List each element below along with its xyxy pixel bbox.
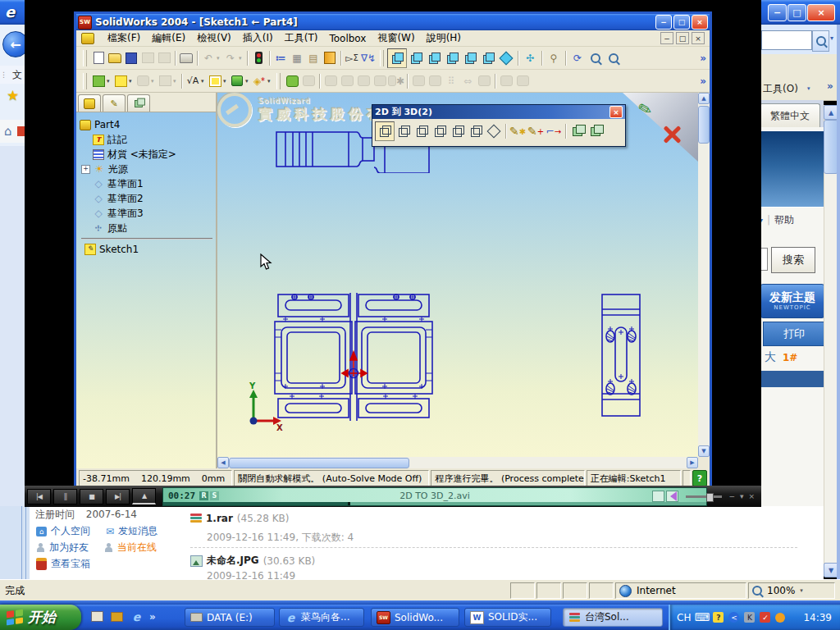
view-front-button[interactable] (387, 48, 407, 68)
seek-bar[interactable] (163, 502, 706, 505)
tree-item-annotations[interactable]: T 註記 (80, 132, 214, 147)
create-sketch-button[interactable]: ✎✱ (509, 122, 527, 140)
mdi-close-button[interactable]: × (692, 32, 705, 44)
tree-root-part[interactable]: Part4 (80, 117, 214, 132)
floor-number[interactable]: 1# (783, 352, 797, 363)
extrude-boss-button[interactable] (284, 73, 300, 89)
keyboard-icon[interactable]: ⌨ (696, 611, 708, 623)
features-caret[interactable]: ▾ (245, 78, 251, 84)
next-button[interactable]: ▶| (106, 489, 130, 504)
make-drawing-button[interactable] (139, 50, 156, 66)
view-isometric-button[interactable] (497, 49, 515, 67)
toolbar-grip[interactable] (83, 73, 87, 89)
show-desktop-icon[interactable] (90, 609, 104, 623)
taskbar-button-data-e[interactable]: DATA (E:) (185, 608, 275, 627)
toolbar-grip[interactable] (83, 50, 87, 66)
menu-view[interactable]: 檢視(V) (197, 31, 231, 45)
taskbar-button-browser[interactable]: e菜鸟向各... (279, 608, 364, 627)
auxiliary-sketch-button[interactable] (485, 122, 503, 140)
view-right-button[interactable] (443, 49, 461, 67)
top-sketch-button[interactable] (395, 122, 413, 140)
tree-item-plane3[interactable]: ◇ 基準面3 (80, 206, 214, 221)
quicklaunch-chevron[interactable]: » (149, 611, 156, 623)
attachment-name[interactable]: 1.rar (206, 513, 233, 524)
sketch-relations-caret[interactable]: ▾ (173, 78, 179, 84)
vscroll-up-button[interactable]: ▲ (698, 93, 710, 104)
toolbar-grip[interactable] (380, 50, 384, 66)
open-button[interactable] (107, 50, 123, 66)
mirror-button[interactable]: ⇔ (459, 73, 476, 89)
pattern-caret[interactable]: ▾ (223, 78, 229, 84)
volume-tray-icon[interactable] (775, 613, 785, 623)
sketch-tools-button[interactable] (135, 73, 151, 89)
align-sketch-button[interactable]: ⌐→ (545, 122, 563, 140)
vscroll-thumb[interactable] (698, 106, 710, 144)
new-button[interactable] (90, 50, 107, 66)
player-options-caret[interactable]: ▾ (740, 492, 744, 500)
ie-maximize-button[interactable]: □ (788, 4, 806, 21)
rebuild-button[interactable] (250, 50, 267, 66)
tab-propertymanager[interactable]: ✎ (103, 94, 126, 112)
ie-quicklaunch-icon[interactable]: e (130, 609, 144, 623)
view-left-button[interactable] (425, 49, 443, 67)
draft-button[interactable] (514, 73, 531, 89)
cut-from-sketch-button[interactable] (587, 122, 605, 140)
sketch-tools-caret[interactable]: ▾ (151, 78, 157, 84)
rollback-bar[interactable] (81, 238, 212, 240)
toolbar-grip[interactable] (276, 73, 281, 89)
sketch-relations-button[interactable] (157, 73, 173, 89)
tree-item-lighting[interactable]: + ☀ 光源 (80, 162, 214, 176)
point-caret[interactable]: ▾ (267, 78, 273, 84)
front-sketch-button[interactable] (375, 121, 395, 141)
tree-item-material[interactable]: 材質 <未指定> (80, 147, 214, 162)
forum-search-button[interactable]: 搜索 (771, 247, 815, 273)
redo-caret[interactable]: ▾ (239, 55, 244, 62)
menu-help[interactable]: 說明(H) (427, 31, 461, 45)
mdi-restore-button[interactable]: □ (676, 32, 689, 44)
2d-to-3d-titlebar[interactable]: 2D 到 3D(2) × (372, 105, 625, 119)
repair-sketch-button[interactable]: ✎+ (527, 122, 545, 140)
sw-close-button[interactable]: × (692, 15, 708, 30)
ie-menu-label[interactable]: 文 (12, 68, 22, 82)
tab-configurationmanager[interactable] (127, 94, 150, 112)
antivirus-tray-icon[interactable]: ✓ (760, 612, 770, 623)
vscroll-down-button[interactable]: ▼ (698, 445, 710, 457)
kmplayer-tray-icon[interactable]: K (744, 612, 755, 623)
favorites-star-icon[interactable]: ★ (7, 87, 19, 103)
canvas-hscrollbar[interactable]: ◀ ▶ (217, 457, 698, 468)
hscroll-thumb[interactable] (229, 458, 409, 468)
section-button[interactable]: ▤ (305, 50, 322, 66)
language-indicator[interactable]: CH (677, 612, 691, 623)
sw-minimize-button[interactable]: − (655, 15, 672, 30)
sketch-caret[interactable]: ▾ (107, 78, 112, 84)
help-link[interactable]: 帮助 (774, 213, 794, 227)
sketch-pattern-button[interactable] (207, 73, 223, 89)
ie-search-go-button[interactable] (812, 30, 829, 52)
stop-button[interactable]: ■ (80, 489, 103, 504)
taskbar-button-document[interactable]: WSOLID实... (464, 608, 551, 627)
eject-button[interactable]: ▲ (132, 488, 156, 504)
print-button[interactable] (178, 50, 194, 66)
ie-search-input[interactable] (761, 30, 812, 50)
extrude-cut-button[interactable] (322, 73, 339, 89)
sketch-entities-caret[interactable]: ▾ (129, 78, 135, 84)
features-button[interactable] (229, 73, 245, 89)
rotate-view-button[interactable]: ⟳ (568, 49, 587, 67)
undo-button[interactable]: ↶ (200, 50, 217, 66)
ie-minimize-button[interactable]: − (768, 4, 787, 21)
menu-toolbox[interactable]: Toolbox (329, 33, 366, 44)
start-button[interactable]: 开始 (0, 605, 81, 630)
tree-item-plane2[interactable]: ◇ 基準面2 (80, 191, 214, 206)
zoom-fit-button[interactable] (587, 49, 605, 67)
send-message-link[interactable]: 发短消息 (118, 524, 158, 538)
volume-slider[interactable] (686, 495, 722, 498)
zoom-area-button[interactable] (605, 49, 623, 67)
hscroll-right-button[interactable]: ▶ (687, 457, 698, 468)
2d-to-3d-close-button[interactable]: × (609, 106, 623, 118)
sketch-entities-button[interactable] (112, 73, 129, 89)
language-tab[interactable]: 繁體中文 (760, 103, 820, 128)
cancel-sketch-icon[interactable] (662, 124, 682, 144)
attachment-name[interactable]: 未命名.JPG (207, 554, 259, 568)
tree-item-sketch1[interactable]: ✎ Sketch1 (80, 242, 214, 257)
print-button[interactable]: 打印 (763, 322, 825, 346)
